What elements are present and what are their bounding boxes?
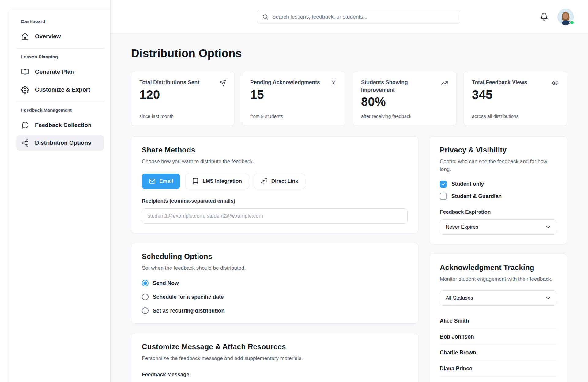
card-title: Acknowledgment Tracking	[440, 263, 556, 272]
direct-link-method-button[interactable]: Direct Link	[254, 174, 305, 189]
stat-note: since last month	[139, 114, 226, 119]
radio-label: Send Now	[153, 280, 179, 286]
method-label: LMS Integration	[202, 178, 242, 184]
sidebar-section-feedback-management: Feedback Management	[21, 107, 104, 113]
chevron-down-icon	[545, 295, 551, 301]
acknowledgment-tracking-card: Acknowledgment Tracking Monitor student …	[429, 254, 567, 382]
card-subtitle: Personalize the feedback message and add…	[142, 354, 408, 362]
search-icon	[262, 13, 269, 20]
student-list-item[interactable]: Diana Prince	[440, 361, 556, 377]
checkbox-label: Student & Guardian	[451, 193, 502, 200]
stat-card-total-distributions: Total Distributions Sent 120 since last …	[131, 71, 235, 126]
customize-message-card: Customize Message & Attach Resources Per…	[131, 333, 418, 382]
radio-label: Set as recurring distribution	[153, 308, 224, 314]
privacy-visibility-card: Privacy & Visibility Control who can see…	[429, 136, 567, 244]
feedback-expiration-label: Feedback Expiration	[440, 209, 556, 215]
mail-icon	[149, 178, 156, 185]
page-title: Distribution Options	[131, 47, 567, 60]
user-avatar[interactable]	[557, 9, 574, 25]
student-list: Alice Smith Bob Johnson Charlie Brown Di…	[440, 313, 556, 382]
checkbox-student-guardian[interactable]: Student & Guardian	[440, 193, 556, 200]
stat-value: 15	[250, 88, 337, 102]
card-subtitle: Control who can see the feedback and for…	[440, 158, 556, 173]
online-status-dot	[569, 20, 575, 25]
book-icon	[192, 178, 199, 185]
chevron-down-icon	[545, 224, 551, 230]
send-icon	[219, 79, 226, 87]
stat-note: from 8 students	[250, 114, 337, 119]
sidebar-item-label: Feedback Collection	[35, 122, 92, 129]
left-column: Share Methods Choose how you want to dis…	[131, 136, 418, 382]
radio-button[interactable]	[142, 294, 149, 300]
share-methods-card: Share Methods Choose how you want to dis…	[131, 136, 418, 233]
right-column: Privacy & Visibility Control who can see…	[429, 136, 567, 382]
sidebar-divider	[16, 102, 104, 102]
select-value: Never Expires	[446, 224, 478, 230]
link-icon	[261, 178, 268, 185]
method-label: Email	[159, 178, 173, 184]
sidebar-item-label: Customize & Export	[35, 86, 90, 93]
global-search[interactable]	[257, 10, 460, 24]
stat-card-total-feedback-views: Total Feedback Views 345 across all dist…	[464, 71, 567, 126]
radio-recurring-distribution[interactable]: Set as recurring distribution	[142, 307, 408, 314]
email-method-button[interactable]: Email	[142, 174, 180, 189]
sidebar-item-feedback-collection[interactable]: Feedback Collection	[16, 118, 104, 133]
feedback-message-label: Feedback Message	[142, 372, 408, 378]
radio-label: Schedule for a specific date	[153, 294, 224, 300]
checkbox-unchecked[interactable]	[440, 193, 447, 200]
check-icon	[441, 182, 446, 186]
checkbox-label: Student only	[451, 181, 484, 187]
stats-row: Total Distributions Sent 120 since last …	[131, 71, 567, 126]
trending-up-icon	[441, 79, 448, 87]
notification-bell-icon[interactable]	[540, 13, 548, 21]
share-nodes-icon	[21, 139, 29, 147]
card-subtitle: Choose how you want to distribute the fe…	[142, 158, 408, 166]
stat-value: 80%	[361, 95, 448, 109]
search-input[interactable]	[272, 13, 455, 20]
stat-note: across all distributions	[472, 114, 559, 119]
scheduling-options-card: Scheduling Options Set when the feedback…	[131, 243, 418, 324]
student-list-item[interactable]: Ethan Hunt	[440, 377, 556, 382]
status-filter-select[interactable]: All Statuses	[440, 290, 556, 306]
hourglass-icon	[330, 79, 337, 87]
sidebar-item-label: Distribution Options	[35, 140, 91, 146]
recipients-input[interactable]	[142, 208, 408, 224]
checkbox-checked[interactable]	[440, 181, 447, 188]
gear-icon	[21, 86, 29, 94]
feedback-expiration-select[interactable]: Never Expires	[440, 219, 556, 235]
radio-button[interactable]	[142, 307, 149, 314]
main-area: Distribution Options Total Distributions…	[111, 0, 588, 382]
card-title: Privacy & Visibility	[440, 146, 556, 154]
sidebar: Dashboard Overview Lesson Planning Gener…	[0, 0, 111, 382]
student-list-item[interactable]: Bob Johnson	[440, 329, 556, 345]
card-subtitle: Set when the feedback should be distribu…	[142, 264, 408, 272]
page-content: Distribution Options Total Distributions…	[111, 34, 588, 382]
method-label: Direct Link	[271, 178, 298, 184]
stat-value: 120	[139, 88, 226, 102]
chat-bubble-icon	[21, 121, 29, 129]
student-list-item[interactable]: Alice Smith	[440, 313, 556, 329]
radio-button-selected[interactable]	[142, 280, 149, 286]
stat-label: Total Distributions Sent	[139, 79, 216, 86]
student-list-item[interactable]: Charlie Brown	[440, 345, 556, 361]
select-value: All Statuses	[446, 295, 473, 301]
stat-card-pending-acknowledgments: Pending Acknowledgments 15 from 8 studen…	[242, 71, 345, 126]
lms-integration-method-button[interactable]: LMS Integration	[185, 174, 249, 189]
card-subtitle: Monitor student engagement with their fe…	[440, 275, 556, 283]
book-open-icon	[21, 68, 29, 76]
sidebar-item-overview[interactable]: Overview	[16, 29, 104, 44]
stat-card-students-improvement: Students Showing Improvement 80% after r…	[353, 71, 456, 126]
topbar	[111, 0, 588, 34]
sidebar-item-distribution-options[interactable]: Distribution Options	[16, 135, 104, 151]
eye-icon	[552, 79, 559, 87]
sidebar-item-label: Generate Plan	[35, 69, 74, 75]
recipients-label: Recipients (comma-separated emails)	[142, 198, 408, 204]
sidebar-divider	[16, 48, 104, 49]
sidebar-item-customize-export[interactable]: Customize & Export	[16, 82, 104, 97]
sidebar-item-generate-plan[interactable]: Generate Plan	[16, 64, 104, 80]
home-icon	[21, 32, 29, 40]
sidebar-item-label: Overview	[35, 33, 61, 40]
checkbox-student-only[interactable]: Student only	[440, 181, 556, 188]
radio-schedule-specific-date[interactable]: Schedule for a specific date	[142, 294, 408, 300]
radio-send-now[interactable]: Send Now	[142, 280, 408, 286]
